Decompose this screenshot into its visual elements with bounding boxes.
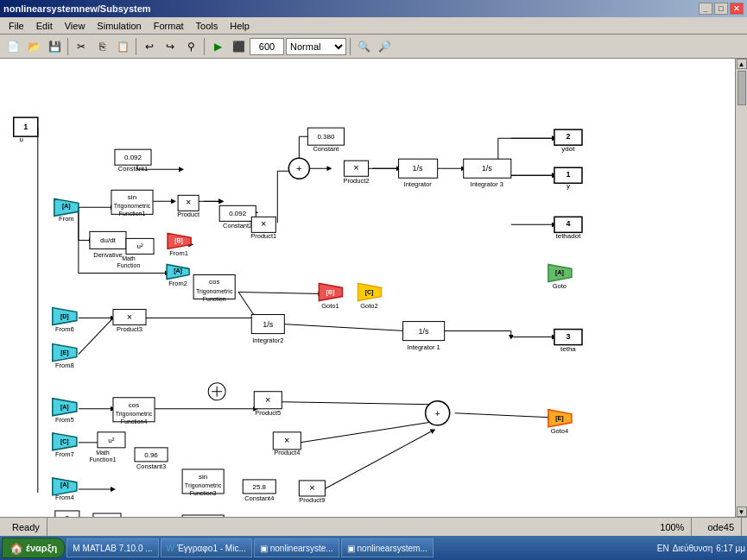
- menu-view[interactable]: View: [60, 20, 91, 32]
- svg-text:Goto4: Goto4: [551, 427, 568, 435]
- stop-button[interactable]: ⬛: [229, 37, 248, 56]
- undo-button[interactable]: ↩: [140, 37, 159, 56]
- svg-text:0.092: 0.092: [124, 154, 142, 161]
- menu-simulation[interactable]: Simulation: [92, 20, 146, 32]
- svg-text:0.092: 0.092: [229, 210, 247, 217]
- svg-text:3: 3: [566, 332, 570, 341]
- svg-text:ydot: ydot: [561, 145, 575, 153]
- vertical-scrollbar[interactable]: ▲ ▼: [735, 59, 747, 517]
- simulink-icon1: ▣: [260, 544, 268, 553]
- taskbar-item-word[interactable]: W Έγγραφο1 - Mic...: [161, 538, 252, 557]
- menubar: File Edit View Simulation Format Tools H…: [0, 17, 747, 35]
- svg-text:y: y: [567, 182, 570, 190]
- menu-edit[interactable]: Edit: [31, 20, 58, 32]
- svg-text:Goto1: Goto1: [321, 302, 339, 310]
- minimize-button[interactable]: _: [699, 3, 712, 15]
- save-button[interactable]: 💾: [45, 37, 64, 56]
- svg-text:Function1: Function1: [90, 456, 117, 462]
- svg-text:u²: u²: [136, 242, 142, 250]
- canvas-area[interactable]: 2 ydot 1 y 4 tethadot 3 tetha 1 u 0.380 …: [0, 59, 735, 517]
- open-button[interactable]: 📂: [24, 37, 43, 56]
- svg-text:Product2: Product2: [343, 177, 369, 185]
- sim-mode-select[interactable]: Normal Accelerator: [286, 38, 346, 55]
- svg-text:Constant1: Constant1: [118, 165, 148, 173]
- svg-text:[B]: [B]: [174, 237, 183, 244]
- scroll-up-button[interactable]: ▲: [737, 59, 747, 69]
- svg-rect-195: [182, 515, 224, 517]
- stop-time-input[interactable]: [250, 38, 284, 55]
- menu-tools[interactable]: Tools: [191, 20, 224, 32]
- svg-text:Function: Function: [203, 296, 226, 302]
- svg-text:Product1: Product1: [250, 232, 276, 240]
- svg-text:Integrator2: Integrator2: [252, 337, 283, 344]
- zoom-in-button[interactable]: 🔍: [354, 37, 373, 56]
- menu-help[interactable]: Help: [225, 20, 255, 32]
- svg-text:×: ×: [104, 515, 110, 517]
- svg-text:Goto2: Goto2: [360, 302, 377, 310]
- titlebar: nonlinearsystemnew/Subsystem _ □ ✕: [0, 0, 747, 17]
- svg-text:Trigonometric: Trigonometric: [185, 482, 222, 489]
- svg-text:×: ×: [284, 435, 289, 445]
- svg-text:×: ×: [186, 197, 191, 207]
- svg-text:Math: Math: [122, 255, 136, 261]
- svg-text:Product3: Product3: [117, 325, 142, 333]
- language-indicator: EN: [657, 544, 669, 553]
- svg-text:×: ×: [127, 311, 132, 322]
- toolbar: 📄 📂 💾 ✂ ⎘ 📋 ↩ ↪ ⚲ ▶ ⬛ Normal Accelerator…: [0, 35, 747, 59]
- svg-text:tetha: tetha: [560, 345, 576, 353]
- paste-button[interactable]: 📋: [113, 37, 132, 56]
- new-button[interactable]: 📄: [3, 37, 22, 56]
- svg-text:+: +: [296, 163, 301, 173]
- svg-text:Function3: Function3: [190, 490, 217, 496]
- svg-text:Constant: Constant: [313, 145, 339, 153]
- menu-file[interactable]: File: [3, 20, 29, 32]
- solver-name: ode45: [700, 518, 742, 536]
- svg-text:From4: From4: [55, 494, 74, 501]
- svg-text:[D]: [D]: [60, 313, 69, 320]
- sep3: [204, 38, 205, 55]
- svg-text:0.96: 0.96: [144, 451, 158, 459]
- zoom-level: 100%: [653, 518, 692, 536]
- svg-text:1: 1: [23, 123, 28, 131]
- svg-text:du/dt: du/dt: [100, 236, 117, 244]
- svg-text:[C]: [C]: [365, 289, 374, 296]
- scroll-down-button[interactable]: ▼: [737, 507, 747, 517]
- sep4: [350, 38, 351, 55]
- svg-text:sin: sin: [199, 473, 207, 481]
- maximize-button[interactable]: □: [714, 3, 728, 15]
- scroll-thumb[interactable]: [738, 71, 746, 105]
- run-button[interactable]: ▶: [208, 37, 227, 56]
- statusbar: Ready 100% ode45: [0, 517, 747, 536]
- nav-button[interactable]: ⚲: [181, 37, 200, 56]
- svg-text:Constant3: Constant3: [136, 462, 166, 470]
- taskbar-item-matlab[interactable]: M MATLAB 7.10.0 ...: [66, 538, 158, 557]
- start-button[interactable]: 🏠 έναρξη: [2, 538, 65, 558]
- taskbar-item-simulink2[interactable]: ▣ nonlinearsystem...: [341, 538, 434, 557]
- svg-text:u²: u²: [108, 437, 114, 444]
- close-button[interactable]: ✕: [730, 3, 744, 15]
- svg-text:Trigonometric: Trigonometric: [116, 411, 153, 418]
- svg-text:Trigonometric: Trigonometric: [196, 288, 233, 295]
- svg-text:Product9: Product9: [299, 496, 325, 504]
- simulink-icon2: ▣: [347, 544, 355, 553]
- svg-text:Product: Product: [177, 211, 200, 218]
- svg-text:From: From: [59, 215, 73, 223]
- svg-text:From1: From1: [169, 249, 188, 257]
- svg-text:1/s: 1/s: [413, 164, 424, 173]
- svg-text:Function1: Function1: [119, 211, 146, 217]
- simulink-canvas: 2 ydot 1 y 4 tethadot 3 tetha 1 u 0.380 …: [0, 59, 735, 517]
- svg-text:tethadot: tethadot: [555, 232, 581, 240]
- svg-text:Constant4: Constant4: [244, 494, 274, 502]
- taskbar-item-simulink1[interactable]: ▣ nonlinearsyste...: [254, 538, 339, 557]
- menu-format[interactable]: Format: [149, 20, 189, 32]
- svg-text:From6: From6: [55, 325, 74, 333]
- svg-text:[A]: [A]: [62, 203, 71, 210]
- svg-text:Constant2: Constant2: [223, 222, 252, 230]
- svg-text:Integrator: Integrator: [404, 180, 433, 188]
- copy-button[interactable]: ⎘: [92, 37, 111, 56]
- zoom-out-button[interactable]: 🔎: [375, 37, 394, 56]
- sep1: [67, 38, 68, 55]
- svg-text:Derivative: Derivative: [93, 251, 122, 259]
- cut-button[interactable]: ✂: [72, 37, 91, 56]
- redo-button[interactable]: ↪: [161, 37, 180, 56]
